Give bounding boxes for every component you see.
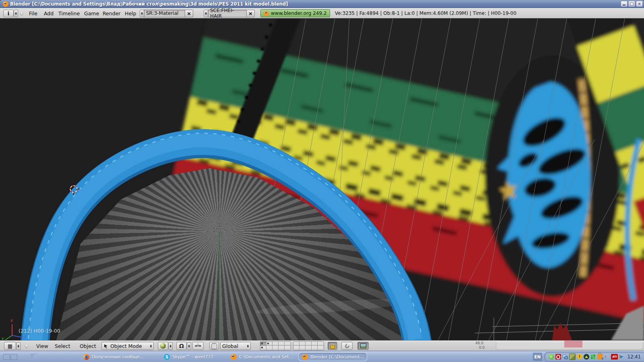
- blender-icon: [231, 354, 237, 360]
- background-window-icon: [10, 354, 17, 360]
- object-mode-icon: [103, 343, 109, 349]
- manipulator-icon: [195, 343, 201, 348]
- render-preview-button[interactable]: [357, 342, 369, 350]
- security-shield-tray-icon[interactable]: !: [577, 354, 582, 360]
- language-indicator[interactable]: EN: [533, 353, 542, 361]
- monitor-warning-tray-icon[interactable]: [584, 354, 589, 360]
- task-label: Skype™ - wirel777: [172, 354, 213, 360]
- window-titlebar: Blender [C:\Documents and Settings\Влад\…: [0, 0, 644, 8]
- lock-layers-button[interactable]: [328, 342, 337, 350]
- restore-button[interactable]: [628, 1, 635, 7]
- minimize-button[interactable]: [621, 1, 627, 7]
- viewport-info-text: (212) H00-19-00: [19, 328, 60, 334]
- menu-render[interactable]: Render: [102, 8, 122, 18]
- layer-buttons-group1[interactable]: [260, 341, 291, 350]
- taskbar-item-blender-active[interactable]: Blender [C:\Document...: [299, 352, 367, 361]
- taskbar-item-skype[interactable]: S Skype™ - wirel777: [161, 352, 225, 361]
- version-label: www.blender.org 249.2: [271, 10, 327, 16]
- menu-game[interactable]: Game: [83, 8, 100, 18]
- editor-type-button[interactable]: ▦: [4, 342, 16, 350]
- menu-object[interactable]: Object: [79, 342, 97, 350]
- blender-version-button[interactable]: www.blender.org 249.2: [260, 9, 330, 17]
- scene-selector-field[interactable]: SCE:FHEI-HAIR: [208, 10, 247, 17]
- taskbar-item-explorer[interactable]: C:\Documents and Set...: [228, 352, 295, 361]
- graph-top-label: 46.0: [475, 341, 483, 345]
- viewport-overlay: x y z (212) H00-19-00: [0, 19, 644, 340]
- ati-tray-icon[interactable]: ATI: [611, 354, 618, 360]
- manipulator-button[interactable]: [192, 342, 204, 350]
- pivot-stepper[interactable]: ▲▼: [187, 342, 191, 350]
- taskbar-clock: 12:41: [627, 354, 641, 360]
- menu-select[interactable]: Select: [54, 342, 71, 350]
- window-type-stepper[interactable]: ▲▼: [14, 10, 18, 17]
- mode-label: Object Mode: [110, 343, 142, 349]
- scene-stepper[interactable]: ▲▼: [204, 10, 208, 17]
- scene-close-button[interactable]: ×: [247, 10, 255, 17]
- screen-selector-field[interactable]: SR:3-Material: [144, 10, 185, 17]
- task-label: C:\Documents and Set...: [239, 354, 293, 360]
- axis-x-label: x: [10, 318, 13, 323]
- top-header-bar: i▲▼ ▼ File Add Timeline Game Render Help…: [0, 8, 644, 19]
- minimize-icon: [623, 4, 625, 6]
- restore-icon: [630, 2, 634, 6]
- close-button[interactable]: ×: [636, 1, 643, 7]
- draw-type-stepper[interactable]: ▲▼: [168, 342, 173, 350]
- volume-tray-icon[interactable]: [604, 354, 610, 360]
- skype-icon: S: [164, 354, 170, 360]
- window-type-button[interactable]: i: [3, 10, 14, 17]
- blender-icon: [302, 354, 308, 360]
- opera-tray-icon[interactable]: [555, 354, 561, 360]
- mode-dropdown[interactable]: Object Mode ▲▼: [101, 342, 154, 350]
- image-icon: [360, 343, 366, 348]
- pivot-button[interactable]: Ω: [176, 342, 187, 350]
- lock-icon: [330, 345, 335, 349]
- orientation-label: Global: [222, 343, 238, 349]
- info-icon: i: [8, 10, 10, 16]
- snap-button[interactable]: [341, 342, 353, 350]
- scene-stats: Ve:3235 | Fa:4894 | Ob:8-1 | La:0 | Mem:…: [335, 10, 516, 16]
- hand-icon: [211, 343, 217, 349]
- solid-shading-icon: [160, 343, 166, 349]
- update-check-tray-icon[interactable]: ✓: [549, 354, 554, 360]
- download-lock-tray-icon[interactable]: [597, 354, 603, 360]
- editor-type-stepper[interactable]: ▲▼: [16, 342, 21, 350]
- orientation-dropdown[interactable]: Global ▲▼: [220, 342, 251, 350]
- draw-type-button[interactable]: [158, 342, 168, 350]
- menu-timeline[interactable]: Timeline: [58, 8, 80, 18]
- pointer-tray-icon[interactable]: [619, 354, 625, 360]
- menu-help[interactable]: Help: [124, 8, 137, 18]
- viewport-header: 46.0 0.0 ▦ ▲▼ ▼ View Select Object Objec…: [0, 340, 644, 351]
- package-tray-icon[interactable]: [569, 354, 576, 360]
- rotation-pivot-icon: Ω: [179, 343, 184, 349]
- collapse-header-icon[interactable]: ▼: [25, 344, 28, 348]
- network-tray-icon[interactable]: [562, 354, 568, 360]
- timeline-marker: [564, 341, 582, 348]
- menu-add[interactable]: Add: [43, 8, 54, 18]
- blender-logo-icon: [3, 1, 8, 7]
- windows-flag-icon[interactable]: [31, 353, 37, 358]
- task-label: Полученные сообще...: [92, 354, 144, 360]
- collapse-header-icon[interactable]: ▼: [20, 11, 23, 16]
- blender-logo-icon: [264, 11, 269, 16]
- menu-view[interactable]: View: [35, 342, 49, 350]
- viewport-3d[interactable]: x y z (212) H00-19-00: [0, 19, 644, 340]
- hand-button[interactable]: [209, 342, 219, 350]
- system-tray: ✓ ! ATI 12:41: [544, 352, 644, 362]
- firefox-icon: [83, 354, 89, 360]
- layer-buttons-group2[interactable]: [293, 341, 324, 350]
- grid-editor-icon: ▦: [8, 343, 12, 349]
- menu-file[interactable]: File: [28, 8, 38, 18]
- clover-tray-icon[interactable]: [590, 354, 596, 360]
- taskbar-item-firefox[interactable]: Полученные сообще...: [80, 352, 158, 361]
- screen-close-button[interactable]: ×: [185, 10, 193, 17]
- window-title: Blender [C:\Documents and Settings\Влад\…: [10, 1, 288, 7]
- magnet-icon: [343, 342, 351, 350]
- taskbar: Полученные сообще... S Skype™ - wirel777…: [0, 351, 644, 362]
- screen-stepper[interactable]: ▲▼: [140, 10, 144, 17]
- graph-bottom-label: 0.0: [479, 346, 485, 350]
- task-label: Blender [C:\Document...: [310, 354, 364, 360]
- background-window-icon: [3, 354, 10, 360]
- axis-y-label: y: [1, 336, 4, 340]
